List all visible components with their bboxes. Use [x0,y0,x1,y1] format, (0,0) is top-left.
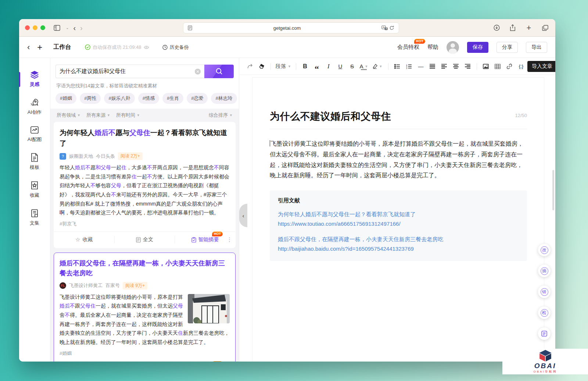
italic-icon[interactable]: I [323,61,334,72]
insert-image-icon[interactable] [480,61,491,72]
favorite-button[interactable]: ☆ 收藏 [54,236,114,243]
insert-table-icon[interactable] [492,61,503,72]
watermark: OBAI OBAI导航网 [502,349,588,374]
citation-url-link[interactable]: http://baijiahao.baidu.com/s?id=16509575… [278,244,519,254]
filter-domain[interactable]: 所有领域 ▼ [57,112,80,119]
article-title[interactable]: 婚后不跟父母住，在隔壁再建一栋，小夫妻天天住新房三餐去老房吃 [60,258,230,278]
clock-icon [162,45,168,50]
search-input[interactable] [60,68,192,75]
sidebar-item-inspiration[interactable]: 灵感 [19,70,50,88]
tab-overview-icon[interactable] [541,23,549,32]
import-article-button[interactable]: 导入文章 [527,61,555,72]
share-icon[interactable] [508,23,517,32]
help-link[interactable]: 帮助 [427,44,438,51]
outline-button[interactable] [538,327,551,340]
inspect-button[interactable]: 检 [538,306,551,319]
strikethrough-icon[interactable]: S [347,61,358,72]
tag-chip[interactable]: #生肖 [162,93,183,104]
bold-icon[interactable]: B [300,61,311,72]
editor-scrollbar[interactable] [552,170,554,210]
document-paper[interactable]: 为什么不建议婚后和父母住 12/50 飞墨设计师黄工这位即将要结婚的小哥哥，原本… [252,77,544,362]
search-button[interactable] [204,65,234,78]
tag-chip[interactable]: #两性 [80,93,101,104]
align-justify-icon[interactable] [427,61,438,72]
browser-back-button[interactable]: ‹ [73,24,76,32]
filter-time[interactable]: 所有时间 ▼ [116,112,140,119]
close-window-button[interactable] [25,25,30,30]
paragraph-style-dropdown[interactable]: 段落 ▼ [274,63,293,70]
article-card[interactable]: 为何年轻人婚后不愿与父母住一起？看看郭京飞就知道了 ? 娱圈新天地 今日头条 阅… [54,122,236,248]
browser-forward-button[interactable]: › [80,24,83,32]
sidebar-item-collections[interactable]: 文集 [19,208,50,226]
sidebar-menu-chevron-icon[interactable]: ⌄ [66,26,69,30]
rewrite-button[interactable]: 改 [538,244,551,256]
save-button[interactable]: 保存 [467,42,488,53]
workspace-link[interactable]: 工作台 [53,43,71,51]
reader-view-icon[interactable] [187,25,193,31]
sidebar-toggle-icon[interactable] [53,23,61,32]
insert-link-icon[interactable] [504,61,515,72]
tag-chip[interactable]: #婚姻 [55,93,76,104]
smart-summary-button[interactable]: 智能摘要 HOT [175,236,235,243]
insert-code-icon[interactable]: {;} [516,61,527,72]
downloads-icon[interactable] [492,23,501,32]
sidebar-item-templates[interactable]: 模板 [19,153,50,171]
sidebar-item-favorites[interactable]: 收藏 [19,181,50,199]
source-platform: 百家号 [105,282,120,289]
tag-chip[interactable]: #娱乐八卦 [104,93,135,104]
article-title[interactable]: 为何年轻人婚后不愿与父母住一起？看看郭京飞就知道了 [60,128,230,149]
underline-icon[interactable]: U [335,61,346,72]
filter-row: 所有领域 ▼ 所有来源 ▼ 所有时间 ▼ 综合排序 [54,109,236,122]
article-hashtag[interactable]: #婚姻 [60,350,230,357]
avatar[interactable] [447,41,459,54]
share-button[interactable]: 分享 [496,42,518,53]
ordered-list-icon[interactable]: 1 2 3 [404,61,415,72]
align-right-icon[interactable] [462,61,473,72]
sidebar-item-ai-image[interactable]: AI配图 [19,126,50,143]
citation-title-link[interactable]: 为何年轻人婚后不愿与父母住一起？看看郭京飞就知道了 [278,210,519,219]
tag-chip[interactable]: #恋爱 [187,93,208,104]
new-tab-icon[interactable]: + [524,23,533,32]
article-hashtag[interactable]: #郭京飞 [60,221,230,227]
highlight-color-icon[interactable]: ▼ [370,61,385,72]
article-card-selected[interactable]: 婚后不跟父母住，在隔壁再建一栋，小夫妻天天住新房三餐去老房吃 FL 飞墨设计师黄… [54,253,236,362]
filter-source[interactable]: 所有来源 ▼ [86,112,110,119]
sidebar-item-ai-writing[interactable]: AI创作 [19,98,50,116]
more-options-icon[interactable]: ⋮ [227,236,232,243]
app-back-button[interactable]: ‹ [27,43,30,52]
citation-url-link[interactable]: https://www.toutiao.com/a666517569131249… [278,219,519,229]
results-list: 所有领域 ▼ 所有来源 ▼ 所有时间 ▼ 综合排序 [50,109,239,362]
align-left-icon[interactable] [439,61,450,72]
error-check-button[interactable]: 错 [538,286,551,298]
blockquote-icon[interactable]: “ [311,61,322,72]
redo-icon[interactable] [244,61,255,72]
horizontal-rule-icon[interactable]: — [415,61,426,72]
summarize-button[interactable]: 摘 [538,265,551,277]
tag-chip[interactable]: #情感 [138,93,159,104]
reload-icon[interactable] [388,25,395,31]
source-name: 飞墨设计师黄工 [69,282,103,289]
address-bar[interactable]: getgetai.com A 文 [183,22,399,33]
bullet-list-icon[interactable] [392,61,403,72]
chevron-down-icon: ▼ [137,113,140,117]
new-document-button[interactable]: + [37,42,42,52]
document-paragraph[interactable]: 飞墨设计师黄工这位即将要结婚的小哥哥，原本是打算婚后不跟父母住一起，就在城里买套… [270,139,527,181]
member-privileges-link[interactable]: 会员特权 HOT [397,44,419,51]
fulltext-button[interactable]: 全文 [114,236,175,243]
collapse-panel-handle[interactable]: ‹ [239,204,247,227]
translate-icon[interactable]: A 文 [381,25,388,31]
read-count-badge: 阅读 9万+ [123,282,147,290]
minimize-window-button[interactable] [33,25,37,30]
clear-search-icon[interactable]: ✕ [195,69,201,75]
citation-title-link[interactable]: 婚后不跟父母住，在隔壁再建一栋，小夫妻天天住新房三餐去老房吃 [278,235,519,244]
zoom-window-button[interactable] [40,25,45,30]
sort-selector[interactable]: 综合排序 ▼ [209,112,233,119]
font-color-icon[interactable]: A▼ [358,61,369,72]
align-center-icon[interactable] [451,61,462,72]
search-input-wrap: ✕ [55,65,204,78]
export-button[interactable]: 导出 [526,42,547,53]
history-backup-button[interactable]: 历史备份 [162,44,189,51]
format-clear-icon[interactable] [256,61,267,72]
tag-chip[interactable]: #林志玲 [211,93,237,104]
document-title[interactable]: 为什么不建议婚后和父母住 [270,110,391,123]
